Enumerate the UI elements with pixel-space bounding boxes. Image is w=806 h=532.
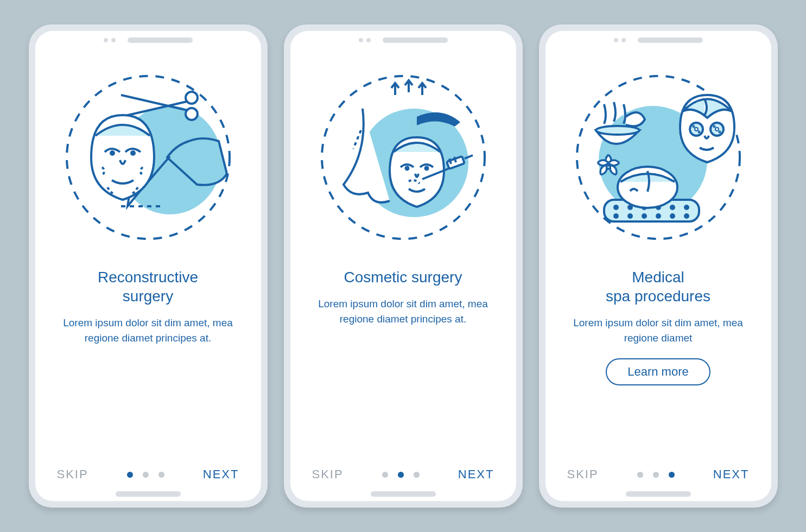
home-indicator bbox=[626, 491, 691, 497]
content-area: Reconstructive surgery Lorem ipsum dolor… bbox=[35, 263, 261, 467]
svg-point-36 bbox=[671, 206, 674, 209]
svg-point-30 bbox=[719, 131, 720, 133]
svg-point-12 bbox=[405, 167, 408, 170]
phone-frame-2: Cosmetic surgery Lorem ipsum dolor sit d… bbox=[284, 24, 523, 508]
svg-point-42 bbox=[671, 214, 674, 218]
next-button[interactable]: NEXT bbox=[203, 467, 239, 482]
page-indicator bbox=[637, 472, 675, 478]
skip-button[interactable]: SKIP bbox=[567, 467, 599, 482]
svg-point-9 bbox=[131, 151, 135, 155]
page-indicator bbox=[127, 472, 164, 478]
page-title: Medical spa procedures bbox=[606, 268, 710, 306]
phone-frame-3: Medical spa procedures Lorem ipsum dolor… bbox=[539, 24, 778, 508]
svg-point-29 bbox=[713, 126, 715, 128]
svg-point-4 bbox=[186, 92, 198, 104]
reconstructive-surgery-icon bbox=[35, 46, 261, 263]
dot-1[interactable] bbox=[127, 472, 133, 478]
svg-point-5 bbox=[186, 108, 198, 120]
medical-spa-icon bbox=[545, 46, 771, 263]
svg-point-43 bbox=[685, 214, 688, 218]
dot-2[interactable] bbox=[143, 472, 149, 478]
next-button[interactable]: NEXT bbox=[713, 467, 750, 482]
skip-button[interactable]: SKIP bbox=[57, 467, 88, 482]
svg-point-8 bbox=[111, 151, 114, 155]
dot-2[interactable] bbox=[398, 472, 404, 478]
content-area: Medical spa procedures Lorem ipsum dolor… bbox=[545, 263, 771, 467]
footer-nav: SKIP NEXT bbox=[35, 467, 261, 491]
svg-point-27 bbox=[693, 126, 694, 128]
page-description: Lorem ipsum dolor sit dim amet, mea regi… bbox=[61, 315, 235, 345]
svg-point-33 bbox=[629, 206, 632, 209]
status-bar bbox=[35, 31, 261, 46]
svg-point-39 bbox=[629, 214, 632, 218]
page-description: Lorem ipsum dolor sit dim amet, mea regi… bbox=[316, 296, 490, 326]
svg-point-28 bbox=[698, 131, 700, 133]
svg-point-26 bbox=[715, 128, 719, 131]
cosmetic-surgery-icon bbox=[290, 46, 516, 263]
dot-1[interactable] bbox=[637, 472, 643, 478]
status-bar bbox=[545, 31, 771, 46]
next-button[interactable]: NEXT bbox=[458, 467, 494, 482]
home-indicator bbox=[116, 491, 181, 497]
footer-nav: SKIP NEXT bbox=[545, 467, 771, 491]
home-indicator bbox=[371, 491, 436, 497]
page-title: Cosmetic surgery bbox=[344, 268, 462, 287]
svg-point-37 bbox=[685, 206, 688, 209]
footer-nav: SKIP NEXT bbox=[290, 467, 516, 491]
svg-point-40 bbox=[643, 214, 646, 218]
svg-point-32 bbox=[614, 206, 618, 209]
svg-point-13 bbox=[425, 167, 428, 170]
svg-point-41 bbox=[657, 214, 660, 218]
dot-1[interactable] bbox=[382, 472, 388, 478]
screen-2: Cosmetic surgery Lorem ipsum dolor sit d… bbox=[290, 31, 516, 501]
phone-frame-1: Reconstructive surgery Lorem ipsum dolor… bbox=[29, 24, 268, 508]
page-description: Lorem ipsum dolor sit dim amet, mea regi… bbox=[572, 315, 745, 345]
page-indicator bbox=[382, 472, 420, 478]
svg-point-25 bbox=[695, 128, 698, 131]
skip-button[interactable]: SKIP bbox=[312, 467, 344, 482]
dot-3[interactable] bbox=[414, 472, 420, 478]
content-area: Cosmetic surgery Lorem ipsum dolor sit d… bbox=[290, 263, 516, 467]
dot-3[interactable] bbox=[158, 472, 164, 478]
learn-more-button[interactable]: Learn more bbox=[606, 358, 710, 385]
screen-3: Medical spa procedures Lorem ipsum dolor… bbox=[545, 31, 771, 501]
svg-point-38 bbox=[614, 214, 618, 218]
status-bar bbox=[290, 31, 516, 46]
dot-2[interactable] bbox=[653, 472, 659, 478]
dot-3[interactable] bbox=[669, 472, 675, 478]
page-title: Reconstructive surgery bbox=[98, 268, 198, 306]
screen-1: Reconstructive surgery Lorem ipsum dolor… bbox=[35, 31, 261, 501]
